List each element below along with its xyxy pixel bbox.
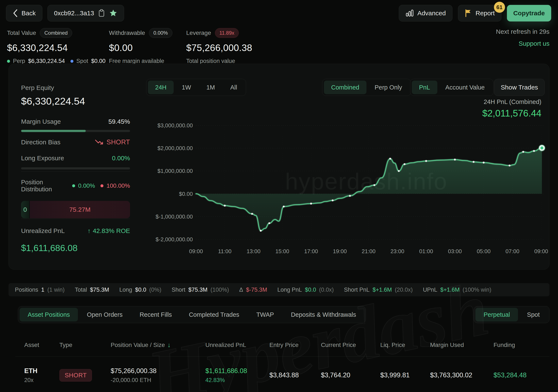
positions-summary-strip: Positions1(1 win)Total$75.3MLong$0.0(0%)… [9, 283, 549, 296]
pnl-chart[interactable]: $3,000,000.00$2,000,000.00$1,000,000.00$… [149, 116, 551, 258]
chart-point [454, 158, 456, 160]
header-left: Back 0xcb92...3a13 [6, 5, 124, 21]
tab-deposits-withdrawals[interactable]: Deposits & Withdrawals [283, 308, 364, 321]
x-axis-tick: 19:00 [333, 248, 347, 254]
col-header-margin-used[interactable]: Margin Used [430, 342, 494, 348]
range-tab-1w[interactable]: 1W [174, 81, 198, 94]
chevron-left-icon [13, 9, 18, 17]
report-label: Report [476, 9, 495, 17]
position-value-cell: $75,266,000.38 [111, 367, 205, 375]
advanced-button[interactable]: Advanced [399, 5, 452, 21]
col-header-asset[interactable]: Asset [24, 342, 59, 348]
copytrade-button[interactable]: Copytrade [507, 5, 551, 21]
asset-cell: ETH [24, 367, 59, 375]
chart-point [224, 205, 226, 207]
short-legend-dot-icon [100, 184, 104, 187]
y-axis-tick: $-1,000,000.00 [156, 213, 193, 220]
chart-point [283, 206, 285, 208]
pnl-headline-label: 24H PnL (Combined) [482, 99, 541, 105]
back-button[interactable]: Back [6, 5, 42, 21]
mode-tab-group: CombinedPerp Only [322, 79, 411, 96]
y-axis-tick: $0.00 [179, 191, 193, 197]
unrealized-pnl-label: Unrealized PnL [21, 227, 65, 234]
combined-badge[interactable]: Combined [40, 28, 72, 38]
summary-long: Long$0.0(0%) [119, 287, 162, 293]
direction-bias-label: Direction Bias [21, 139, 61, 146]
metric-tab-account-value[interactable]: Account Value [438, 81, 492, 94]
star-icon[interactable] [109, 9, 117, 17]
x-axis-tick: 05:00 [477, 248, 490, 254]
leverage-sub: Total position value [186, 58, 235, 64]
position-size-cell: -20,000.00 ETH [111, 377, 205, 384]
stat-total-value: Total Value Combined $6,330,224.54 Perp … [7, 28, 105, 64]
withdrawable-amount: $0.00 [109, 42, 172, 53]
show-trades-label: Show Trades [501, 84, 538, 91]
perp-dot-icon [7, 60, 10, 63]
support-us-link[interactable]: Support us [519, 40, 549, 47]
clipboard-icon[interactable] [98, 9, 105, 17]
perp-label: Perp [13, 58, 25, 64]
range-tab-all[interactable]: All [223, 81, 244, 94]
show-trades-button[interactable]: Show Trades [494, 79, 545, 96]
tab-open-orders[interactable]: Open Orders [79, 308, 131, 321]
chart-point [310, 203, 312, 205]
mode-tab-perp-only[interactable]: Perp Only [367, 81, 409, 94]
chart-point [533, 150, 535, 152]
chart-point [522, 151, 524, 153]
tab-completed-trades[interactable]: Completed Trades [181, 308, 247, 321]
summary-short-pnl: Short PnL$+1.6M(20.0x) [344, 287, 413, 293]
margin-used-cell: $3,763,300.02 [430, 371, 494, 379]
x-axis-tick: 03:00 [448, 248, 462, 254]
chart-point [509, 165, 511, 167]
back-label: Back [21, 9, 36, 17]
margin-usage-label: Margin Usage [21, 118, 61, 125]
unrealized-pnl-cell: $1,611,686.08 [205, 367, 270, 375]
tab-asset-positions[interactable]: Asset Positions [20, 308, 78, 321]
address-text: 0xcb92...3a13 [54, 9, 94, 17]
chart-point [483, 162, 485, 164]
report-button[interactable]: Report 61 [458, 5, 501, 21]
flag-icon [465, 9, 472, 17]
table-header-divider [15, 356, 549, 357]
liq-price-cell: $3,999.81 [380, 371, 430, 379]
perp-equity-value: $6,330,224.54 [21, 95, 130, 107]
chart-point [403, 163, 405, 165]
mode-tab-combined[interactable]: Combined [324, 81, 366, 94]
chart-point [260, 230, 262, 232]
col-header-position-value-size[interactable]: Position Value / Size↓ [111, 342, 205, 349]
summary-short: Short$75.3M(100%) [172, 287, 229, 293]
x-axis-tick: 23:00 [391, 248, 404, 254]
divider [21, 171, 130, 172]
col-header-liq-price[interactable]: Liq. Price [380, 342, 430, 348]
section-tab-group: Asset PositionsOpen OrdersRecent FillsCo… [18, 306, 366, 323]
tab-recent-fills[interactable]: Recent Fills [131, 308, 180, 321]
x-axis-tick: 07:00 [506, 248, 519, 254]
col-header-entry-price[interactable]: Entry Price [270, 342, 321, 348]
tab-twap[interactable]: TWAP [248, 308, 282, 321]
chart-point [473, 161, 475, 163]
entry-price-cell: $3,843.88 [270, 371, 321, 379]
col-header-type[interactable]: Type [59, 342, 111, 348]
address-pill[interactable]: 0xcb92...3a13 [47, 5, 124, 21]
x-axis-tick: 17:00 [304, 248, 318, 254]
col-header-unrealized-pnl[interactable]: Unrealized PnL [205, 342, 270, 348]
col-header-current-price[interactable]: Current Price [321, 342, 380, 348]
spot-value: $0.00 [91, 58, 105, 64]
y-axis-tick: $1,000,000.00 [157, 168, 193, 174]
margin-usage-value: 59.45% [108, 118, 130, 125]
perp-value: $6,330,224.54 [28, 58, 65, 64]
market-tab-spot[interactable]: Spot [519, 308, 548, 321]
spot-label: Spot [76, 58, 88, 64]
distribution-bar: 0 75.27M [21, 201, 130, 218]
metric-tab-pnl[interactable]: PnL [412, 81, 437, 94]
chart-point [425, 160, 427, 162]
range-tab-1m[interactable]: 1M [199, 81, 222, 94]
chart-point [268, 222, 270, 224]
long-exposure-label: Long Exposure [21, 155, 64, 162]
chart-point [389, 158, 391, 160]
positions-table-row[interactable]: ETH 20x SHORT $75,266,000.38 -20,000.00 … [24, 361, 549, 389]
refresh-countdown: Next refresh in 29s [496, 28, 549, 35]
market-tab-perpetual[interactable]: Perpetual [475, 308, 518, 321]
col-header-funding[interactable]: Funding [494, 342, 549, 348]
range-tab-24h[interactable]: 24H [148, 81, 174, 94]
